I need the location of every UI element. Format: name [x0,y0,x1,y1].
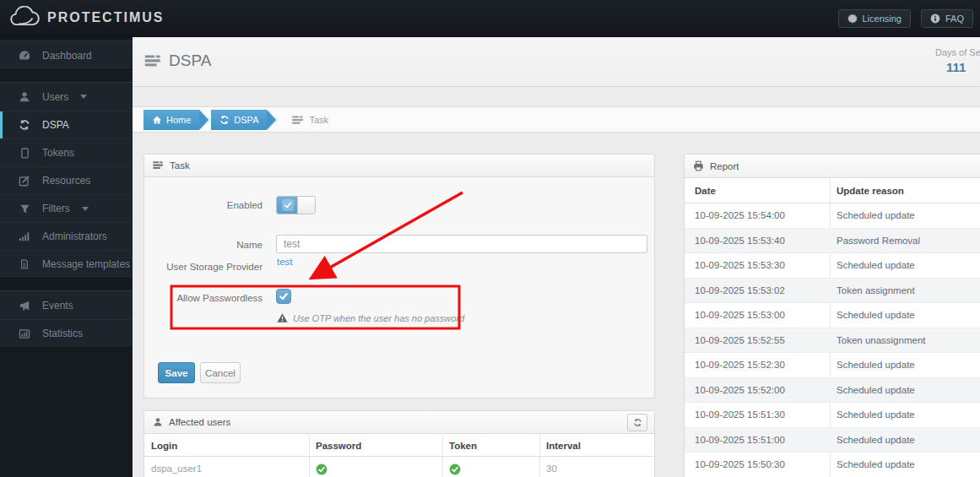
passwordless-warning: Use OTP when the user has no password [277,312,464,323]
warning-text: Use OTP when the user has no password [293,313,464,323]
breadcrumb: Home DSPA Task [133,106,980,133]
report-reason: Scheduled update [837,435,915,445]
task-panel: Task Enabled Name User Storage Provider … [143,154,655,398]
report-column-headers: DateUpdate reason [685,179,980,203]
report-reason: Scheduled update [837,459,915,469]
sidebar-item-label: Events [42,300,73,312]
table-row: dspa_user130 [144,457,654,477]
page-header: DSPA [133,37,980,87]
report-rows: 10-09-2025 15:54:00Scheduled update10-09… [685,203,980,477]
sidebar-group: EventsStatistics [0,290,133,348]
report-header: Report [685,154,980,178]
affected-user-login-link[interactable]: dspa_user1 [151,463,202,474]
breadcrumb-task-label: Task [309,115,328,125]
refresh-icon [17,119,32,131]
breadcrumb-home[interactable]: Home [143,110,199,130]
user-icon [153,417,163,427]
enabled-label: Enabled [144,200,263,210]
enabled-toggle[interactable] [276,196,316,214]
sidebar-item-label: Tokens [42,147,74,159]
refresh-icon [219,115,230,125]
days-of-service-value: 111 [946,60,966,74]
sidebar-item-resources[interactable]: Resources [0,166,133,194]
gauge-icon [17,49,32,62]
sidebar-item-administrators[interactable]: Administrators [0,222,133,250]
affected-users-header: Affected users [144,411,654,434]
sidebar-item-users[interactable]: Users [0,83,133,111]
stats-icon [17,328,32,339]
task-panel-title: Task [170,160,190,171]
user-icon [17,91,32,103]
report-date: 10-09-2025 15:51:00 [695,435,785,445]
refresh-button[interactable] [627,414,647,431]
column-header-password: Password [316,441,361,451]
sidebar-item-statistics[interactable]: Statistics [0,319,133,347]
report-reason: Scheduled update [837,360,915,370]
cancel-button[interactable]: Cancel [200,362,241,383]
report-date: 10-09-2025 15:53:02 [695,285,785,295]
column-header-update-reason: Update reason [837,186,904,196]
report-date: 10-09-2025 15:52:55 [695,335,785,345]
report-date: 10-09-2025 15:50:30 [695,459,785,469]
chevron-down-icon [82,207,89,211]
report-title: Report [710,161,739,171]
report-row: 10-09-2025 15:53:30Scheduled update [685,253,980,279]
info-icon [930,14,940,24]
affected-users-panel: Affected users LoginPasswordTokenInterva… [143,410,655,477]
report-date: 10-09-2025 15:53:30 [695,260,785,270]
list-icon [153,161,164,170]
allow-passwordless-checkbox[interactable] [276,289,291,304]
breadcrumb-home-label: Home [166,115,191,125]
protectimus-logo[interactable]: PROTECTIMUS [8,6,164,29]
chevron-down-icon [80,95,87,99]
report-row: 10-09-2025 15:51:00Scheduled update [685,428,980,453]
report-date: 10-09-2025 15:52:30 [695,360,785,370]
allow-passwordless-label: Allow Passwordless [144,293,263,303]
sidebar-item-dspa[interactable]: DSPA [0,111,133,138]
report-row: 10-09-2025 15:53:00Scheduled update [685,303,980,328]
sidebar-item-filters[interactable]: Filters [0,194,133,222]
topbar-actions: Licensing FAQ [838,9,974,28]
report-row: 10-09-2025 15:53:02Token assignment [685,279,980,304]
user-storage-provider-link[interactable]: test [277,257,293,267]
page-title-text: DSPA [169,51,211,70]
signal-bars-icon [17,230,32,242]
name-input[interactable] [276,235,647,253]
check-icon [284,201,292,209]
sidebar-item-message-templates[interactable]: Message templates [0,250,133,278]
page-title: DSPA [144,51,211,70]
check-icon [279,291,289,301]
report-row: 10-09-2025 15:53:40Password Removal [685,229,980,254]
report-date: 10-09-2025 15:52:00 [695,385,785,395]
report-reason: Token assignment [837,285,915,295]
report-reason: Scheduled update [837,260,915,270]
sidebar-group: UsersDSPATokensResourcesFiltersAdministr… [0,82,133,279]
seal-icon [847,14,858,24]
task-panel-header: Task [144,154,654,177]
sidebar-item-events[interactable]: Events [0,291,133,319]
report-panel: Report DateUpdate reason 10-09-2025 15:5… [684,154,980,477]
sidebar-item-label: Filters [42,203,70,214]
breadcrumb-dspa[interactable]: DSPA [211,110,267,130]
report-reason: Scheduled update [837,210,915,220]
report-reason: Password Removal [837,236,920,246]
licensing-button[interactable]: Licensing [838,9,911,28]
toggle-knob [297,197,315,214]
sidebar-item-label: Resources [42,175,90,187]
report-reason: Scheduled update [837,409,915,420]
sidebar-item-tokens[interactable]: Tokens [0,138,133,166]
report-date: 10-09-2025 15:53:40 [695,236,785,246]
interval-value: 30 [546,463,557,474]
status-check-icon [316,463,328,477]
report-reason: Token unassignment [837,335,925,345]
report-row: 10-09-2025 15:52:55Token unassignment [685,328,980,354]
save-button[interactable]: Save [158,362,195,383]
column-header-token: Token [449,441,477,451]
sidebar-item-dashboard[interactable]: Dashboard [0,41,133,69]
top-bar: PROTECTIMUS Licensing FAQ [0,0,980,37]
report-row: 10-09-2025 15:50:30Scheduled update [685,453,980,477]
faq-button[interactable]: FAQ [921,9,973,28]
list-icon [292,116,304,125]
column-header-interval: Interval [546,441,581,451]
breadcrumb-dspa-label: DSPA [234,115,258,125]
